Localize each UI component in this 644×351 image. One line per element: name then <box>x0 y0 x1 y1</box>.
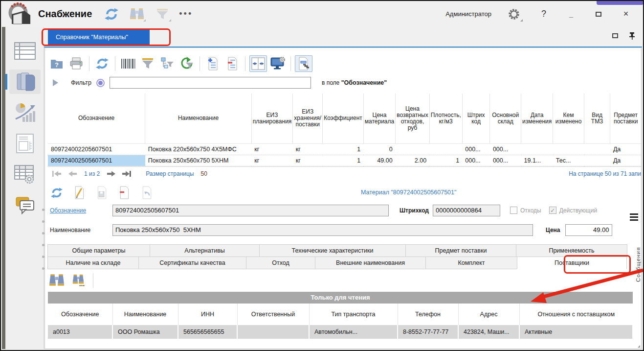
sidebar-item-documents[interactable] <box>9 39 41 63</box>
expand-filter-icon[interactable] <box>53 79 58 86</box>
restore-panel-icon[interactable] <box>612 33 618 38</box>
find-supplier-button[interactable] <box>48 272 66 289</box>
table-cell[interactable]: 000... <box>490 155 521 166</box>
table-row[interactable]: 809724002205607501Поковка 220x560x750 4Х… <box>48 143 641 155</box>
column-header[interactable]: Цена материала <box>363 94 395 143</box>
tab-materials-directory[interactable]: Справочник "Материалы" <box>48 30 150 45</box>
table-cell[interactable]: Автомобильн... <box>309 325 398 339</box>
detail-tab-1[interactable]: Наличие на складе <box>47 257 139 269</box>
table-cell[interactable] <box>553 143 584 155</box>
column-header[interactable]: Предмет поставки <box>610 94 641 143</box>
detail-tab-4[interactable]: Предмет поставки <box>405 244 516 257</box>
detail-tab-3[interactable]: Отход <box>246 257 315 269</box>
undo-button[interactable] <box>138 185 155 201</box>
table-cell[interactable]: ООО Ромашка <box>112 325 178 339</box>
table-cell[interactable]: 000... <box>490 143 521 155</box>
column-header[interactable]: Обозначение <box>48 304 112 325</box>
designation-link[interactable]: Обозначение <box>50 207 112 214</box>
table-cell[interactable]: кг <box>293 143 323 155</box>
filter-button[interactable] <box>153 6 172 23</box>
designation-field[interactable] <box>112 205 389 216</box>
barcode-field[interactable] <box>433 205 500 216</box>
table-cell[interactable]: a0013 <box>48 325 112 339</box>
detail-view-button[interactable] <box>295 55 312 72</box>
table-cell[interactable] <box>429 143 462 155</box>
detail-tab-3[interactable]: Технические характеристики <box>259 244 406 257</box>
detail-tab-5[interactable]: Комплект <box>425 257 517 269</box>
column-header[interactable]: Телефон <box>398 304 458 325</box>
column-header[interactable]: ИНН <box>178 304 237 325</box>
help-tool-button[interactable]: ? <box>48 55 66 72</box>
detail-refresh-button[interactable] <box>48 185 66 201</box>
refresh-button[interactable] <box>102 6 121 23</box>
column-header[interactable]: Дата изменения <box>521 94 553 143</box>
table-cell[interactable]: 809724002205607501 <box>48 143 145 155</box>
table-cell[interactable]: Активные <box>519 325 633 339</box>
detail-tab-2[interactable]: Сертификаты качества <box>138 257 246 269</box>
table-cell[interactable]: 1 <box>429 155 462 166</box>
help-button[interactable]: ? <box>536 9 551 19</box>
price-field[interactable] <box>565 224 612 236</box>
search-button[interactable] <box>127 6 147 23</box>
save-record-button[interactable] <box>93 185 111 201</box>
table-cell[interactable]: Поковка 220x560x750 4Х5МФС <box>145 143 252 155</box>
table-cell[interactable]: 1 <box>323 155 364 166</box>
table-cell[interactable]: 000... <box>462 155 490 166</box>
column-header[interactable]: ЕИЗ планирования <box>251 94 293 143</box>
detail-tab-6[interactable]: Поставщики <box>517 257 627 269</box>
messages-side-tab[interactable]: Сообщения <box>635 228 641 282</box>
name-field[interactable] <box>112 224 533 236</box>
sidebar-item-catalogs[interactable] <box>9 70 41 94</box>
filter-radio[interactable] <box>96 79 105 87</box>
table-cell[interactable]: 49.00 <box>363 155 395 166</box>
column-header[interactable]: Плотность, кг/м3 <box>429 94 462 143</box>
prev-page-button[interactable] <box>68 171 77 177</box>
print-button[interactable] <box>67 55 85 72</box>
table-cell[interactable] <box>237 325 309 339</box>
column-header[interactable]: Ответственный <box>237 304 309 325</box>
detail-tab-5[interactable]: Применяемость <box>516 244 627 257</box>
column-header[interactable]: Цена возвратных отходов, руб <box>396 94 430 143</box>
table-cell[interactable]: 8-8552-77-77-77 <box>398 325 458 339</box>
more-menu-button[interactable]: ••• <box>179 9 193 19</box>
apply-filter-button[interactable] <box>178 55 196 72</box>
column-header[interactable]: Наименование <box>145 94 252 143</box>
refresh-grid-button[interactable] <box>93 55 111 72</box>
column-header[interactable]: Штрих код <box>462 94 490 143</box>
splitter-handle[interactable] <box>42 209 44 270</box>
filter-input[interactable] <box>110 77 311 89</box>
add-record-button[interactable] <box>204 55 222 72</box>
pin-icon[interactable] <box>629 32 635 40</box>
table-cell[interactable] <box>396 143 430 155</box>
menu-handle-icon[interactable] <box>630 213 638 222</box>
table-cell[interactable]: Да <box>610 155 641 166</box>
autofit-columns-button[interactable] <box>249 55 267 72</box>
table-cell[interactable]: Да <box>610 143 641 155</box>
table-cell[interactable]: 19.1... <box>521 155 553 166</box>
sidebar-item-reports[interactable] <box>9 131 41 156</box>
settings-button[interactable] <box>504 6 524 23</box>
column-header[interactable]: Отношения с поставщиком <box>519 304 633 325</box>
detail-tab-1[interactable]: Общие параметры <box>47 244 150 257</box>
table-cell[interactable]: кг <box>251 143 293 155</box>
column-header[interactable]: Адрес <box>458 304 519 325</box>
table-cell[interactable]: 809724002505607501 <box>48 155 145 166</box>
filter-grid-button[interactable] <box>139 55 156 72</box>
table-cell[interactable]: 000... <box>462 143 490 155</box>
table-cell[interactable] <box>584 143 610 155</box>
table-cell[interactable] <box>521 143 553 155</box>
table-cell[interactable]: 565656565655 <box>178 325 237 339</box>
tree-filter-button[interactable] <box>158 55 176 72</box>
barcode-button[interactable] <box>119 55 137 72</box>
sidebar-item-analytics[interactable] <box>9 100 41 125</box>
table-row[interactable]: 809724002505607501Поковка 250x560x750 5Х… <box>48 155 641 166</box>
active-checkbox[interactable]: ✓ Действующий <box>549 207 597 214</box>
table-cell[interactable]: кг <box>293 155 323 166</box>
minimize-button[interactable]: _ <box>564 10 578 18</box>
first-page-button[interactable] <box>52 171 62 177</box>
delete-record-button[interactable] <box>223 55 241 72</box>
maximize-button[interactable] <box>591 10 606 18</box>
column-header[interactable]: Наименование <box>112 304 178 325</box>
sidebar-item-messages[interactable] <box>9 193 41 217</box>
table-cell[interactable]: Поковка 250x560x750 5ХНМ <box>145 155 252 166</box>
